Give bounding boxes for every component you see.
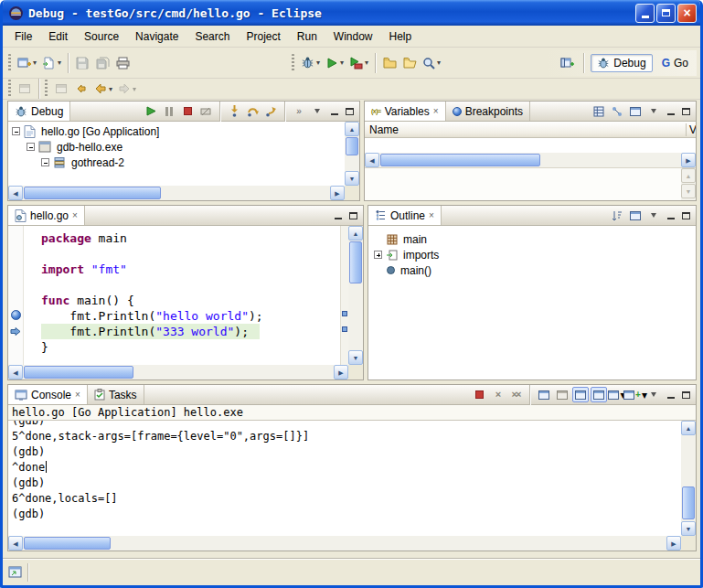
- code-line-current[interactable]: fmt.Println("333 world");: [41, 324, 339, 339]
- restore-button[interactable]: [656, 4, 676, 23]
- debug-vertical-scrollbar[interactable]: ▲ ▼: [345, 122, 359, 186]
- forward-button[interactable]: ▾: [115, 80, 139, 98]
- toolbar-grip[interactable]: [8, 54, 11, 72]
- disconnect-button[interactable]: [197, 103, 214, 119]
- show-console-on-output-button[interactable]: [591, 387, 607, 402]
- variables-horizontal-scrollbar[interactable]: ◀ ▶: [365, 153, 696, 167]
- outline-view-menu-button[interactable]: [645, 208, 662, 223]
- print-button[interactable]: [112, 52, 133, 74]
- editor-vertical-scrollbar[interactable]: ▲ ▼: [348, 226, 363, 365]
- code-line[interactable]: [41, 246, 339, 262]
- menu-run[interactable]: Run: [289, 27, 325, 46]
- search-button[interactable]: ▾: [420, 52, 443, 74]
- menu-help[interactable]: Help: [381, 27, 421, 46]
- close-icon[interactable]: ×: [72, 211, 78, 220]
- editor-gutter[interactable]: [8, 226, 24, 365]
- code-area[interactable]: package main import "fmt" func main() { …: [25, 226, 339, 365]
- expander-expand-icon[interactable]: [374, 251, 382, 259]
- outline-item-package[interactable]: main: [368, 231, 696, 247]
- editor-horizontal-scrollbar[interactable]: ◀ ▶: [8, 365, 348, 380]
- show-logical-structure-button[interactable]: [609, 103, 625, 119]
- open-console-button[interactable]: +▾: [627, 387, 644, 402]
- tab-console[interactable]: Console ×: [8, 385, 88, 404]
- menu-file[interactable]: File: [6, 27, 40, 46]
- scrollbar-thumb[interactable]: [380, 154, 540, 166]
- overview-ruler[interactable]: [340, 226, 348, 365]
- terminate-console-button[interactable]: [471, 387, 487, 402]
- scroll-down-icon[interactable]: ▼: [681, 184, 696, 198]
- toolbar-grip[interactable]: [8, 80, 11, 98]
- outline-maximize-button[interactable]: [679, 209, 693, 222]
- link-with-editor-button[interactable]: [51, 80, 71, 98]
- run-button[interactable]: ▾: [323, 52, 346, 74]
- close-icon[interactable]: ×: [429, 211, 434, 220]
- variables-tree-empty[interactable]: [365, 138, 696, 153]
- scrollbar-thumb[interactable]: [24, 187, 161, 199]
- last-edit-location-button[interactable]: [71, 80, 91, 98]
- suspend-button[interactable]: [161, 103, 177, 119]
- resume-button[interactable]: [143, 103, 159, 119]
- scroll-right-icon[interactable]: ▶: [334, 365, 348, 380]
- console-minimize-button[interactable]: [664, 389, 677, 401]
- open-resource-button[interactable]: [399, 52, 420, 74]
- step-into-button[interactable]: [226, 103, 242, 119]
- overview-annotation[interactable]: [342, 326, 347, 332]
- collapse-all-button[interactable]: [627, 103, 644, 119]
- debug-tree-item-process[interactable]: gdb-hello.exe: [8, 139, 345, 155]
- scrollbar-thumb[interactable]: [346, 137, 358, 155]
- close-icon[interactable]: ×: [75, 390, 80, 400]
- open-perspective-button[interactable]: [557, 52, 577, 74]
- save-all-button[interactable]: [92, 52, 112, 74]
- console-vertical-scrollbar[interactable]: ▲ ▼: [681, 421, 696, 536]
- close-icon[interactable]: ×: [433, 107, 439, 116]
- debug-maximize-button[interactable]: [343, 105, 357, 118]
- scroll-down-icon[interactable]: ▼: [681, 521, 696, 536]
- titlebar[interactable]: Debug - testGo/src/cmd/hello.go - Eclips…: [3, 0, 700, 26]
- menu-search[interactable]: Search: [186, 27, 238, 46]
- editor-minimize-button[interactable]: [331, 209, 345, 222]
- tab-breakpoints[interactable]: Breakpoints: [446, 102, 530, 121]
- clear-console-button[interactable]: [536, 387, 552, 402]
- fast-view-icon[interactable]: [8, 566, 22, 579]
- code-line[interactable]: [41, 277, 339, 293]
- breakpoint-icon[interactable]: [11, 310, 21, 320]
- tab-variables[interactable]: (x)= Variables ×: [365, 102, 446, 121]
- console-maximize-button[interactable]: [679, 389, 693, 401]
- toolbar-grip[interactable]: [45, 80, 48, 98]
- close-button[interactable]: ×: [677, 4, 697, 23]
- scroll-lock-button[interactable]: [554, 387, 570, 402]
- back-button[interactable]: ▾: [91, 80, 115, 98]
- tab-debug[interactable]: Debug: [8, 102, 70, 121]
- perspective-debug-button[interactable]: Debug: [591, 54, 652, 72]
- console-view-menu-button[interactable]: [645, 387, 662, 402]
- scrollbar-thumb[interactable]: [24, 366, 133, 379]
- new-wizard-button[interactable]: ▾: [15, 52, 39, 74]
- new-go-element-button[interactable]: ▾: [39, 52, 64, 74]
- menu-window[interactable]: Window: [325, 27, 381, 46]
- code-line[interactable]: func main() {: [41, 293, 339, 308]
- debug-minimize-button[interactable]: [327, 105, 341, 118]
- code-line[interactable]: package main: [41, 230, 339, 246]
- debug-tree-item-thread[interactable]: gothread-2: [8, 155, 345, 170]
- tab-tasks[interactable]: Tasks: [88, 385, 144, 404]
- scroll-left-icon[interactable]: ◀: [8, 536, 23, 551]
- scrollbar-thumb[interactable]: [24, 537, 111, 550]
- outline-item-main-func[interactable]: main(): [368, 262, 696, 278]
- variables-view-menu-button[interactable]: [645, 103, 662, 119]
- variables-detail-pane[interactable]: ▲ ▼: [365, 167, 696, 200]
- perspective-go-button[interactable]: G Go: [655, 54, 695, 72]
- variables-column-header[interactable]: Name V: [365, 122, 696, 138]
- debug-horizontal-scrollbar[interactable]: ◀ ▶: [8, 186, 345, 200]
- scroll-down-icon[interactable]: ▼: [345, 171, 359, 186]
- remove-launch-button[interactable]: ×: [489, 387, 506, 402]
- debug-button[interactable]: ▾: [298, 52, 323, 74]
- more-toolbar-items-button[interactable]: »: [291, 103, 307, 119]
- scroll-left-icon[interactable]: ◀: [8, 186, 23, 200]
- expander-collapse-icon[interactable]: [12, 127, 20, 135]
- toolbar-grip[interactable]: [292, 54, 294, 72]
- menu-edit[interactable]: Edit: [40, 27, 76, 46]
- scroll-right-icon[interactable]: ▶: [681, 153, 696, 167]
- debug-tree-item-launch[interactable]: hello.go [Go Application]: [8, 123, 345, 139]
- external-tools-button[interactable]: ▾: [346, 52, 371, 74]
- debug-view-menu-button[interactable]: [309, 103, 325, 119]
